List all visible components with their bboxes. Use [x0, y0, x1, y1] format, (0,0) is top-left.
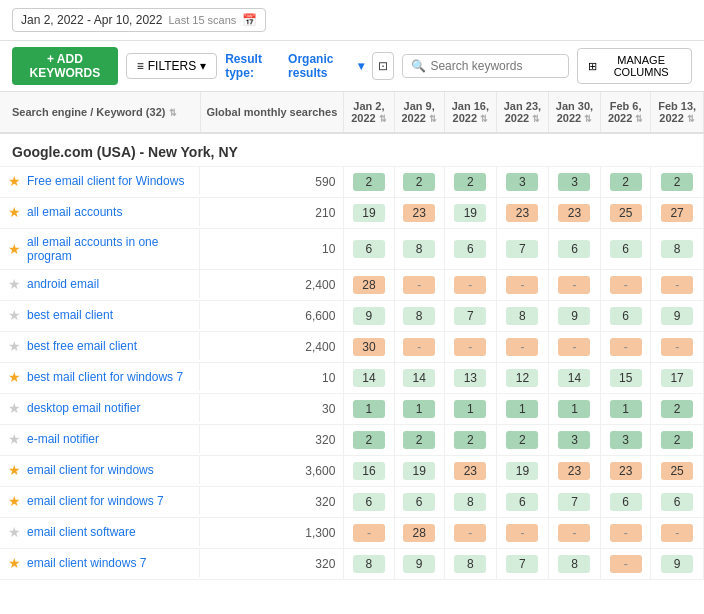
keyword-link[interactable]: best free email client — [27, 339, 137, 353]
rank-value: 15 — [610, 369, 642, 387]
calendar-icon[interactable]: 📅 — [242, 13, 257, 27]
col-jan2: Jan 2,2022 ⇅ — [344, 92, 394, 133]
rank-value: 14 — [353, 369, 385, 387]
rank-cell: 6 — [394, 487, 444, 518]
keyword-cell: ★best email client — [0, 301, 200, 329]
rank-value: 25 — [610, 204, 642, 222]
table-row: ★best email client6,6009878969 — [0, 301, 704, 332]
rank-value: 8 — [353, 555, 385, 573]
rank-cell: 8 — [394, 301, 444, 332]
rank-cell: - — [548, 332, 600, 363]
monthly-searches-cell: 10 — [200, 229, 344, 270]
rank-value: 7 — [506, 240, 538, 258]
table-row: ★best mail client for windows 7101414131… — [0, 363, 704, 394]
rank-cell: - — [651, 332, 704, 363]
star-empty-icon[interactable]: ★ — [8, 307, 21, 323]
rank-cell: 2 — [344, 167, 394, 198]
rank-value: 8 — [558, 555, 590, 573]
rank-cell: 3 — [548, 167, 600, 198]
star-filled-icon[interactable]: ★ — [8, 493, 21, 509]
keyword-link[interactable]: Free email client for Windows — [27, 174, 184, 188]
keyword-link[interactable]: all email accounts — [27, 205, 122, 219]
rank-value: 8 — [506, 307, 538, 325]
search-box[interactable]: 🔍 — [402, 54, 569, 78]
star-empty-icon[interactable]: ★ — [8, 276, 21, 292]
rank-cell: 3 — [601, 425, 651, 456]
keyword-cell: ★email client for windows — [0, 456, 200, 484]
rank-cell: 9 — [548, 301, 600, 332]
keyword-link[interactable]: android email — [27, 277, 99, 291]
keyword-cell: ★desktop email notifier — [0, 394, 200, 422]
star-empty-icon[interactable]: ★ — [8, 400, 21, 416]
section-header-row: Google.com (USA) - New York, NY — [0, 133, 704, 167]
keyword-link[interactable]: best email client — [27, 308, 113, 322]
keyword-link[interactable]: all email accounts in one program — [27, 235, 193, 263]
date-range-picker[interactable]: Jan 2, 2022 - Apr 10, 2022 Last 15 scans… — [12, 8, 266, 32]
keyword-link[interactable]: e-mail notifier — [27, 432, 99, 446]
rank-cell: - — [444, 518, 496, 549]
rank-cell: 6 — [344, 487, 394, 518]
star-filled-icon[interactable]: ★ — [8, 204, 21, 220]
keyword-link[interactable]: best mail client for windows 7 — [27, 370, 183, 384]
search-input[interactable] — [430, 59, 560, 73]
top-bar: Jan 2, 2022 - Apr 10, 2022 Last 15 scans… — [0, 0, 704, 41]
keyword-link[interactable]: email client windows 7 — [27, 556, 146, 570]
rank-value: 23 — [558, 204, 590, 222]
rank-value: 23 — [558, 462, 590, 480]
monthly-searches-cell: 10 — [200, 363, 344, 394]
col-jan9: Jan 9,2022 ⇅ — [394, 92, 444, 133]
rank-cell: 1 — [548, 394, 600, 425]
rank-value: 25 — [661, 462, 693, 480]
rank-value: 8 — [403, 240, 435, 258]
rank-cell: - — [601, 549, 651, 580]
star-filled-icon[interactable]: ★ — [8, 241, 21, 257]
manage-columns-button[interactable]: ⊞ MANAGE COLUMNS — [577, 48, 692, 84]
filters-button[interactable]: ≡ FILTERS ▾ — [126, 53, 217, 79]
rank-cell: 30 — [344, 332, 394, 363]
star-empty-icon[interactable]: ★ — [8, 431, 21, 447]
rank-cell: - — [344, 518, 394, 549]
rank-value: 3 — [558, 431, 590, 449]
rank-value: 19 — [506, 462, 538, 480]
result-type-chevron-icon: ▾ — [358, 59, 364, 73]
rank-cell: 19 — [444, 198, 496, 229]
rank-cell: 6 — [601, 301, 651, 332]
keyword-link[interactable]: email client for windows 7 — [27, 494, 164, 508]
star-empty-icon[interactable]: ★ — [8, 524, 21, 540]
rank-value: 6 — [610, 240, 642, 258]
result-type-value[interactable]: Organic results — [288, 52, 354, 80]
rank-value: 23 — [454, 462, 486, 480]
table-row: ★email client software1,300-28----- — [0, 518, 704, 549]
star-filled-icon[interactable]: ★ — [8, 369, 21, 385]
rank-value: - — [661, 338, 693, 356]
rank-cell: - — [394, 270, 444, 301]
star-filled-icon[interactable]: ★ — [8, 555, 21, 571]
rank-value: 8 — [454, 493, 486, 511]
keyword-link[interactable]: desktop email notifier — [27, 401, 140, 415]
rank-value: 2 — [506, 431, 538, 449]
rank-cell: 6 — [601, 229, 651, 270]
keyword-link[interactable]: email client software — [27, 525, 136, 539]
screenshot-button[interactable]: ⊡ — [372, 52, 394, 80]
star-filled-icon[interactable]: ★ — [8, 462, 21, 478]
rank-value: 7 — [506, 555, 538, 573]
rank-value: 6 — [403, 493, 435, 511]
keyword-link[interactable]: email client for windows — [27, 463, 154, 477]
rank-value: 23 — [506, 204, 538, 222]
rank-cell: 27 — [651, 198, 704, 229]
rank-cell: 25 — [651, 456, 704, 487]
rank-cell: 23 — [394, 198, 444, 229]
rank-value: - — [506, 524, 538, 542]
rank-value: 9 — [661, 307, 693, 325]
rank-value: - — [353, 524, 385, 542]
rank-cell: 1 — [444, 394, 496, 425]
rank-value: 6 — [353, 240, 385, 258]
add-keywords-button[interactable]: + ADD KEYWORDS — [12, 47, 118, 85]
rank-value: 9 — [403, 555, 435, 573]
star-filled-icon[interactable]: ★ — [8, 173, 21, 189]
rank-value: 7 — [454, 307, 486, 325]
rank-value: 28 — [403, 524, 435, 542]
rank-cell: 28 — [394, 518, 444, 549]
star-empty-icon[interactable]: ★ — [8, 338, 21, 354]
monthly-searches-cell: 2,400 — [200, 332, 344, 363]
